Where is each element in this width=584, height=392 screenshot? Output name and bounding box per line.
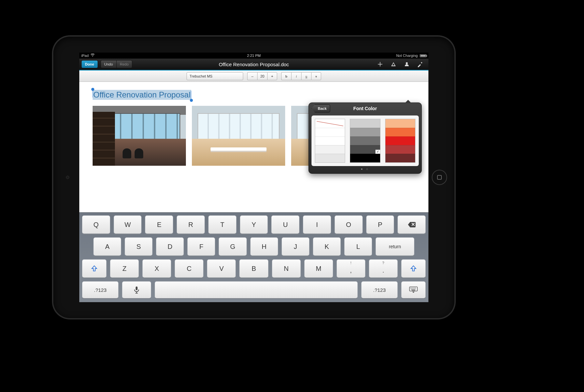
color-swatch[interactable]	[350, 154, 380, 162]
key-u[interactable]: U	[271, 215, 299, 234]
key-o[interactable]: O	[334, 215, 363, 234]
italic-button[interactable]: i	[291, 72, 301, 80]
numbers-key[interactable]: .?123	[82, 281, 119, 298]
key-a[interactable]: A	[93, 237, 121, 256]
key-y[interactable]: Y	[240, 215, 268, 234]
color-swatch[interactable]	[385, 154, 415, 162]
numbers-key[interactable]: .?123	[361, 281, 398, 298]
key-q[interactable]: Q	[82, 215, 110, 234]
return-key[interactable]: return	[375, 237, 414, 256]
key-w[interactable]: W	[114, 215, 142, 234]
tools-icon[interactable]	[417, 61, 423, 67]
svg-rect-3	[412, 288, 412, 289]
color-swatch[interactable]	[315, 136, 345, 145]
key-punct[interactable]: !,	[336, 259, 365, 278]
key-b[interactable]: B	[239, 259, 268, 278]
key-m[interactable]: M	[304, 259, 333, 278]
app-navbar: Done Undo Redo Office Renovation Proposa…	[79, 59, 428, 71]
add-icon[interactable]	[377, 61, 383, 67]
svg-rect-4	[413, 288, 413, 289]
key-r[interactable]: R	[177, 215, 205, 234]
popover-title: Font Color	[353, 106, 377, 111]
color-swatch[interactable]	[385, 136, 415, 145]
key-h[interactable]: H	[250, 237, 278, 256]
decrease-size-button[interactable]: –	[247, 72, 257, 80]
color-swatch[interactable]	[350, 119, 380, 128]
heading-text: Office Renovation Proposal	[93, 90, 191, 99]
redo-button[interactable]: Redo	[116, 60, 132, 68]
home-button[interactable]	[432, 170, 447, 185]
key-l[interactable]: L	[344, 237, 372, 256]
back-button[interactable]: Back	[311, 104, 330, 112]
key-k[interactable]: K	[313, 237, 341, 256]
dictate-key[interactable]	[122, 281, 151, 298]
key-v[interactable]: V	[207, 259, 236, 278]
key-p[interactable]: P	[366, 215, 394, 234]
color-swatch[interactable]	[350, 128, 380, 136]
color-swatch[interactable]	[315, 145, 345, 154]
wifi-icon	[91, 54, 95, 58]
svg-rect-8	[412, 289, 413, 290]
format-icon[interactable]	[390, 61, 396, 67]
color-swatch[interactable]	[315, 154, 345, 162]
collab-icon[interactable]	[404, 61, 410, 67]
backspace-key[interactable]	[397, 215, 426, 234]
key-n[interactable]: N	[272, 259, 301, 278]
device-label: iPad	[81, 54, 89, 58]
color-swatch[interactable]	[385, 145, 415, 154]
key-e[interactable]: E	[145, 215, 173, 234]
key-g[interactable]: G	[219, 237, 247, 256]
screen: iPad 2:21 PM Not Charging Done Undo Redo…	[79, 53, 428, 302]
increase-size-button[interactable]: +	[267, 72, 277, 80]
clock: 2:21 PM	[247, 54, 261, 58]
space-key[interactable]	[155, 281, 358, 298]
color-swatch[interactable]: ✓	[350, 145, 380, 154]
key-t[interactable]: T	[208, 215, 237, 234]
key-row-3: ZXCVBNM!,?.	[82, 259, 426, 278]
front-camera	[66, 176, 69, 179]
bold-button[interactable]: b	[281, 72, 291, 80]
image-2[interactable]	[192, 106, 285, 166]
key-x[interactable]: X	[142, 259, 171, 278]
onscreen-keyboard: QWERTYUIOP ASDFGHJKLreturn ZXCVBNM!,?. .…	[79, 212, 428, 302]
key-row-2: ASDFGHJKLreturn	[82, 237, 426, 256]
image-1[interactable]	[93, 106, 186, 166]
key-d[interactable]: D	[156, 237, 184, 256]
shift-key[interactable]	[82, 259, 107, 278]
done-button[interactable]: Done	[81, 60, 98, 68]
check-icon: ✓	[375, 150, 380, 154]
selection-handle-end[interactable]	[190, 99, 193, 102]
font-color-popover: Back Font Color ✓ ● ○	[308, 102, 422, 174]
svg-rect-0	[136, 287, 138, 290]
svg-rect-11	[412, 290, 415, 291]
svg-rect-5	[414, 288, 415, 289]
swatch-panel: ✓	[311, 115, 419, 166]
undo-button[interactable]: Undo	[101, 60, 116, 68]
key-j[interactable]: J	[282, 237, 309, 256]
color-swatch[interactable]	[385, 128, 415, 136]
font-size-group: – 20 +	[247, 72, 277, 80]
color-swatch[interactable]	[315, 128, 345, 136]
key-punct[interactable]: ?.	[369, 259, 398, 278]
format-toolbar: Trebuchet MS – 20 + b i u s	[79, 71, 428, 82]
key-f[interactable]: F	[187, 237, 215, 256]
key-i[interactable]: I	[303, 215, 331, 234]
key-row-1: QWERTYUIOP	[82, 215, 426, 234]
svg-rect-9	[413, 289, 414, 290]
selected-heading[interactable]: Office Renovation Proposal	[93, 90, 191, 100]
svg-rect-6	[415, 288, 416, 289]
color-swatch[interactable]	[350, 136, 380, 145]
key-c[interactable]: C	[175, 259, 204, 278]
font-selector[interactable]: Trebuchet MS	[187, 72, 243, 80]
document-canvas[interactable]: Office Renovation Proposal	[79, 82, 428, 212]
underline-button[interactable]: u	[301, 72, 311, 80]
color-swatch[interactable]	[315, 119, 345, 128]
font-size-value[interactable]: 20	[257, 72, 267, 80]
hide-keyboard-key[interactable]	[401, 281, 426, 298]
key-z[interactable]: Z	[110, 259, 139, 278]
strike-button[interactable]: s	[311, 72, 321, 80]
shift-key[interactable]	[401, 259, 426, 278]
status-bar: iPad 2:21 PM Not Charging	[79, 53, 428, 59]
key-s[interactable]: S	[125, 237, 153, 256]
color-swatch[interactable]	[385, 119, 415, 128]
